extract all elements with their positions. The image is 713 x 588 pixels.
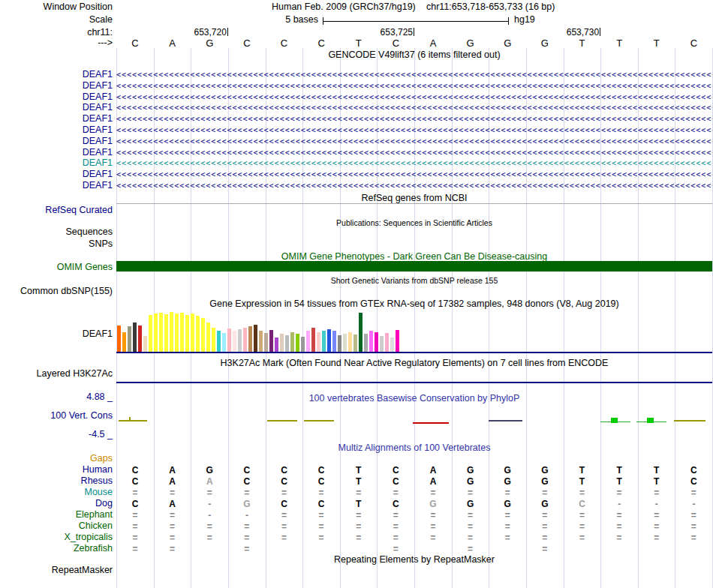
- gtex-tissue-bar[interactable]: [149, 315, 152, 352]
- gencode-transcript-line[interactable]: <<<<<<<<<<<<<<<<<<<<<<<<<<<<<<<<<<<<<<<<…: [116, 81, 712, 91]
- gencode-transcript-label[interactable]: DEAF1: [0, 169, 113, 179]
- gtex-tissue-bar[interactable]: [264, 333, 268, 352]
- gtex-tissue-bar[interactable]: [385, 333, 389, 352]
- gtex-tissue-bar[interactable]: [285, 335, 289, 352]
- gencode-transcript-line[interactable]: <<<<<<<<<<<<<<<<<<<<<<<<<<<<<<<<<<<<<<<<…: [116, 70, 712, 80]
- gtex-tissue-bar[interactable]: [248, 326, 252, 352]
- gencode-transcript-line[interactable]: <<<<<<<<<<<<<<<<<<<<<<<<<<<<<<<<<<<<<<<<…: [116, 148, 712, 158]
- species-label[interactable]: Mouse: [0, 487, 113, 497]
- gencode-transcript-line[interactable]: <<<<<<<<<<<<<<<<<<<<<<<<<<<<<<<<<<<<<<<<…: [116, 136, 712, 146]
- gtex-tissue-bar[interactable]: [290, 332, 294, 352]
- gencode-transcript-label[interactable]: DEAF1: [0, 102, 113, 112]
- gtex-tissue-bar[interactable]: [317, 332, 320, 352]
- gtex-tissue-bar[interactable]: [369, 331, 373, 352]
- gtex-tissue-bar[interactable]: [254, 325, 257, 352]
- gtex-tissue-bar[interactable]: [243, 328, 247, 352]
- alignment-base: =: [340, 532, 378, 543]
- gencode-transcript-label[interactable]: DEAF1: [0, 80, 113, 91]
- gtex-tissue-bar[interactable]: [338, 335, 341, 352]
- species-label[interactable]: Elephant: [0, 509, 113, 520]
- gtex-tissue-bar[interactable]: [238, 329, 242, 352]
- gtex-tissue-bar[interactable]: [280, 334, 284, 352]
- species-label[interactable]: X_tropicalis: [0, 532, 113, 542]
- gtex-tissue-bar[interactable]: [222, 333, 226, 352]
- species-label[interactable]: Rhesus: [0, 476, 113, 486]
- gtex-tissue-bar[interactable]: [196, 316, 200, 352]
- gencode-transcript-line[interactable]: <<<<<<<<<<<<<<<<<<<<<<<<<<<<<<<<<<<<<<<<…: [116, 125, 712, 135]
- gtex-tissue-bar[interactable]: [133, 322, 137, 352]
- gtex-tissue-bar[interactable]: [227, 328, 231, 352]
- gencode-transcript-line[interactable]: <<<<<<<<<<<<<<<<<<<<<<<<<<<<<<<<<<<<<<<<…: [116, 103, 712, 112]
- gtex-tissue-bar[interactable]: [206, 322, 210, 352]
- gtex-tissue-bar[interactable]: [164, 314, 168, 352]
- gencode-transcript-line[interactable]: <<<<<<<<<<<<<<<<<<<<<<<<<<<<<<<<<<<<<<<<…: [116, 181, 712, 190]
- alignment-base: G: [191, 465, 228, 476]
- gencode-transcript-label[interactable]: DEAF1: [0, 147, 113, 158]
- gtex-tissue-bar[interactable]: [332, 331, 336, 352]
- gtex-tissue-bar[interactable]: [233, 331, 236, 352]
- species-label[interactable]: Dog: [0, 498, 113, 508]
- repeatmasker-track-label[interactable]: RepeatMasker: [0, 565, 113, 575]
- gtex-tissue-bar[interactable]: [175, 314, 179, 352]
- gtex-tissue-bar[interactable]: [138, 326, 142, 352]
- gencode-transcript-label[interactable]: DEAF1: [0, 69, 113, 80]
- gencode-transcript-label[interactable]: DEAF1: [0, 158, 113, 168]
- gencode-transcript-line[interactable]: <<<<<<<<<<<<<<<<<<<<<<<<<<<<<<<<<<<<<<<<…: [116, 170, 712, 179]
- alignment-base: =: [154, 488, 191, 498]
- gtex-tissue-bar[interactable]: [311, 328, 315, 352]
- gtex-tissue-bar[interactable]: [128, 326, 131, 352]
- gencode-transcript-label[interactable]: DEAF1: [0, 113, 113, 124]
- gtex-tissue-bar[interactable]: [359, 313, 363, 352]
- gtex-tissue-bar[interactable]: [201, 318, 205, 352]
- gtex-tissue-bar[interactable]: [143, 336, 147, 352]
- gtex-tissue-bar[interactable]: [185, 315, 189, 352]
- gtex-tissue-bar[interactable]: [301, 337, 305, 352]
- gtex-tissue-bar[interactable]: [180, 313, 184, 352]
- species-label[interactable]: Chicken: [0, 520, 113, 531]
- gtex-tissue-bar[interactable]: [396, 330, 399, 352]
- gtex-tissue-bar[interactable]: [390, 338, 394, 352]
- gtex-tissue-bar[interactable]: [275, 338, 278, 352]
- gtex-tissue-bar[interactable]: [259, 331, 263, 352]
- gtex-tissue-bar[interactable]: [380, 336, 384, 352]
- gtex-tissue-bar[interactable]: [364, 334, 368, 352]
- gtex-tissue-bar[interactable]: [343, 334, 347, 352]
- dbsnp-track-label[interactable]: Common dbSNP(155): [0, 286, 113, 296]
- gencode-transcript-line[interactable]: <<<<<<<<<<<<<<<<<<<<<<<<<<<<<<<<<<<<<<<<…: [116, 114, 712, 124]
- conservation-mark: [647, 418, 654, 423]
- gtex-tissue-bar[interactable]: [170, 312, 173, 352]
- omim-gene-bar[interactable]: [116, 261, 712, 272]
- gtex-tissue-bar[interactable]: [322, 331, 326, 352]
- gencode-transcript-label[interactable]: DEAF1: [0, 124, 113, 135]
- gtex-tissue-bar[interactable]: [269, 330, 273, 352]
- species-label[interactable]: Human: [0, 464, 113, 475]
- gtex-tissue-bar[interactable]: [117, 326, 121, 352]
- publications-sequences-label[interactable]: Sequences: [0, 226, 113, 237]
- gtex-tissue-bar[interactable]: [212, 328, 215, 352]
- gencode-transcript-label[interactable]: DEAF1: [0, 180, 113, 190]
- h3k27ac-track-title: H3K27Ac Mark (Often Found Near Active Re…: [116, 358, 712, 368]
- gencode-transcript-line[interactable]: <<<<<<<<<<<<<<<<<<<<<<<<<<<<<<<<<<<<<<<<…: [116, 92, 712, 102]
- omim-track-label[interactable]: OMIM Genes: [0, 262, 113, 272]
- species-label[interactable]: Gaps: [0, 453, 113, 464]
- gencode-transcript-label[interactable]: DEAF1: [0, 136, 113, 146]
- gtex-tissue-bar[interactable]: [327, 329, 331, 352]
- gtex-tissue-bar[interactable]: [217, 331, 221, 352]
- refseq-track-label[interactable]: RefSeq Curated: [0, 205, 113, 215]
- gtex-tissue-bar[interactable]: [154, 314, 158, 352]
- gtex-tissue-bar[interactable]: [348, 332, 352, 352]
- gencode-transcript-line[interactable]: <<<<<<<<<<<<<<<<<<<<<<<<<<<<<<<<<<<<<<<<…: [116, 158, 712, 168]
- gtex-tissue-bar[interactable]: [375, 332, 378, 352]
- gtex-tissue-bar[interactable]: [296, 334, 299, 352]
- gtex-tissue-bar[interactable]: [159, 313, 163, 352]
- conservation-track-label[interactable]: 100 Vert. Cons: [0, 410, 113, 421]
- gtex-tissue-bar[interactable]: [122, 332, 126, 352]
- gtex-gene-label[interactable]: DEAF1: [0, 328, 113, 339]
- gencode-transcript-label[interactable]: DEAF1: [0, 92, 113, 102]
- gtex-tissue-bar[interactable]: [353, 334, 357, 352]
- publications-snps-label[interactable]: SNPs: [0, 238, 113, 249]
- gtex-tissue-bar[interactable]: [191, 314, 194, 352]
- h3k27ac-track-label[interactable]: Layered H3K27Ac: [0, 368, 113, 379]
- species-label[interactable]: Zebrafish: [0, 543, 113, 554]
- gtex-tissue-bar[interactable]: [306, 331, 310, 352]
